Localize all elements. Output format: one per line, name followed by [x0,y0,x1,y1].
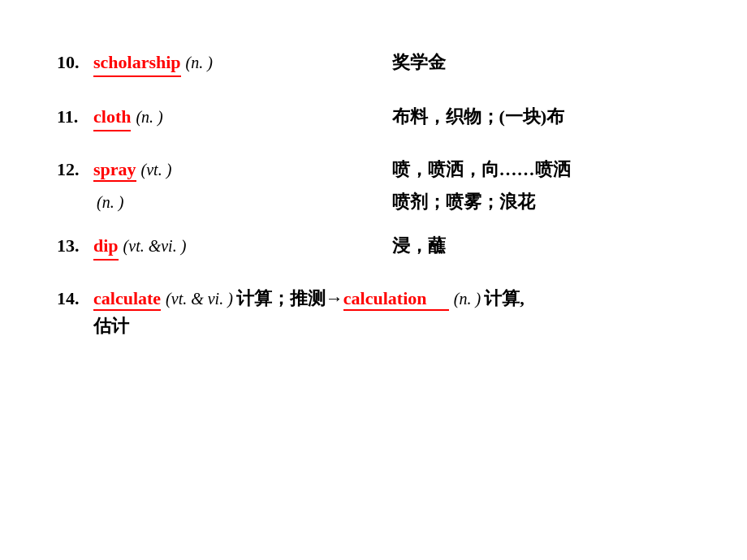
entry-13-pos: (vt. &vi. ) [123,234,187,258]
entry-14: 14. calculate (vt. & vi. ) 计算；推测→ calcul… [57,286,690,338]
entry-11-word: cloth [93,103,131,131]
entry-10-left: scholarship (n. ) [93,49,392,77]
entry-14-number: 14. [57,288,93,309]
entry-10: 10. scholarship (n. ) 奖学金 [57,49,690,77]
entry-11: 11. cloth (n. ) 布料，织物；(一块)布 [57,103,690,131]
entry-12-definition1: 喷，喷洒，向……喷洒 [392,157,691,182]
entry-14-word: calculate [93,288,161,311]
entry-13-word: dip [93,232,119,261]
entry-11-definition: 布料，织物；(一块)布 [392,103,691,130]
entry-14-row: 14. calculate (vt. & vi. ) 计算；推测→ calcul… [57,286,690,311]
entry-10-word: scholarship [93,49,181,77]
entry-14-pos2: (n. ) [454,290,481,308]
entry-13-definition: 浸，蘸 [392,232,691,259]
entry-12-pos2: (n. ) [97,193,123,211]
entry-14-definition2: 计算, [484,286,525,311]
entry-10-definition: 奖学金 [392,49,691,75]
entry-14-definition1: 计算；推测→ [236,286,343,311]
entry-12-definition2: 喷剂；喷雾；浪花 [392,190,691,214]
entry-14-pos1: (vt. & vi. ) [166,290,233,308]
entry-10-number: 10. [57,49,93,75]
entry-12-left: spray (vt. ) [93,159,392,182]
entry-13: 13. dip (vt. &vi. ) 浸，蘸 [57,232,690,261]
entry-12-pos2-container: (n. ) [93,192,392,213]
entry-14-word2: calculation [343,288,449,311]
entry-13-left: dip (vt. &vi. ) [93,232,392,261]
entry-11-left: cloth (n. ) [93,103,392,131]
page: 10. scholarship (n. ) 奖学金 11. cloth (n. … [0,0,747,560]
entry-12-word: spray [93,159,136,182]
entry-10-pos: (n. ) [186,50,213,75]
entry-14-definition3: 估计 [57,314,690,338]
entry-13-number: 13. [57,232,93,259]
entry-11-pos: (n. ) [136,105,162,129]
entry-12-row2: (n. ) 喷剂；喷雾；浪花 [57,190,690,214]
entry-12: 12. spray (vt. ) 喷，喷洒，向……喷洒 (n. ) 喷剂；喷雾；… [57,157,690,214]
entry-12-number: 12. [57,159,93,180]
entry-12-row1: 12. spray (vt. ) 喷，喷洒，向……喷洒 [57,157,690,182]
entry-11-number: 11. [57,103,93,130]
entry-12-pos1: (vt. ) [141,161,172,179]
